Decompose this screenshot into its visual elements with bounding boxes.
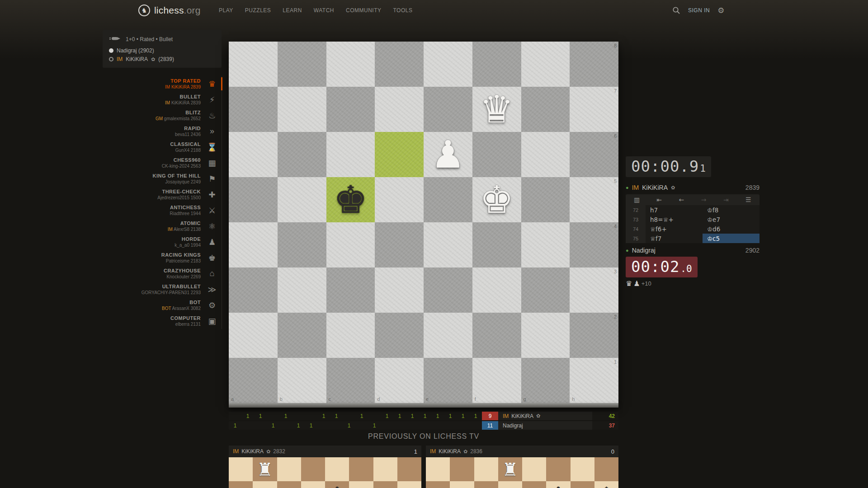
square-b7[interactable] xyxy=(278,87,326,132)
square-h1[interactable]: h1 xyxy=(570,358,618,403)
nav-learn[interactable]: LEARN xyxy=(283,7,302,14)
previous-game-card[interactable]: IMKiKiKiRA✿28360♜♟♚ xyxy=(426,446,618,488)
square-d8[interactable] xyxy=(375,42,424,87)
square-d4[interactable] xyxy=(375,222,424,267)
channel-classical[interactable]: CLASSICAL GunX4 2188 ⌛ xyxy=(103,139,222,155)
square-g6[interactable] xyxy=(521,132,570,177)
channel-king-of-the-hill[interactable]: KING OF THE HILL Josayayque 2249 ⚑ xyxy=(103,171,222,187)
square-a5[interactable] xyxy=(229,177,278,222)
white-pawn[interactable]: ♟ xyxy=(431,136,465,174)
square-e8[interactable] xyxy=(424,42,472,87)
square-a4[interactable] xyxy=(229,222,278,267)
player-name[interactable]: Nadigraj xyxy=(632,247,656,254)
square-d2[interactable] xyxy=(375,313,424,358)
square-d7[interactable] xyxy=(375,87,424,132)
step-back-icon[interactable]: ← xyxy=(670,194,693,205)
channel-rapid[interactable]: RAPID beva11 2436 » xyxy=(103,123,222,139)
square-a8[interactable] xyxy=(229,42,278,87)
square-g5[interactable] xyxy=(521,177,570,222)
strip-player-name[interactable]: Nadigraj xyxy=(498,421,592,430)
square-g4[interactable] xyxy=(521,222,570,267)
skip-to-start-icon[interactable]: ⇤ xyxy=(648,194,670,205)
square-d5[interactable] xyxy=(375,177,424,222)
nav-watch[interactable]: WATCH xyxy=(314,7,334,14)
square-f8[interactable] xyxy=(472,42,521,87)
square-f1[interactable]: f xyxy=(472,358,521,403)
channel-horde[interactable]: HORDE k_a_a0 1994 ♟ xyxy=(103,234,222,250)
step-forward-icon[interactable]: → xyxy=(693,194,715,205)
square-h4[interactable]: 4 xyxy=(570,222,618,267)
white-move[interactable]: h7 xyxy=(646,205,703,215)
square-c1[interactable]: c xyxy=(326,358,375,403)
white-king[interactable]: ♚ xyxy=(480,181,514,219)
skip-to-end-icon[interactable]: ⇥ xyxy=(715,194,737,205)
square-e1[interactable]: e xyxy=(424,358,472,403)
square-c8[interactable] xyxy=(326,42,375,87)
nav-puzzles[interactable]: PUZZLES xyxy=(245,7,271,14)
square-a1[interactable]: a xyxy=(229,358,278,403)
channel-antichess[interactable]: ANTICHESS Riadthree 1944 ⚔ xyxy=(103,202,222,218)
sign-in-link[interactable]: SIGN IN xyxy=(688,7,710,14)
square-c2[interactable] xyxy=(326,313,375,358)
nav-community[interactable]: COMMUNITY xyxy=(346,7,382,14)
square-e2[interactable] xyxy=(424,313,472,358)
menu-icon[interactable]: ☰ xyxy=(737,194,760,205)
square-e3[interactable] xyxy=(424,267,472,313)
white-move[interactable]: ♕f7 xyxy=(646,234,703,243)
square-f3[interactable] xyxy=(472,267,521,313)
nav-play[interactable]: PLAY xyxy=(219,7,233,14)
previous-game-card[interactable]: IMKiKiKiRA✿28321♜♟ xyxy=(229,446,421,488)
channel-three-check[interactable]: THREE-CHECK Ajedrezero2015 1500 ✚ xyxy=(103,187,222,202)
square-h8[interactable]: 8 xyxy=(570,42,618,87)
square-d6[interactable] xyxy=(375,132,424,177)
square-f7[interactable]: ♛ xyxy=(472,87,521,132)
channel-atomic[interactable]: ATOMIC IM AlexrS8 2138 ⚛ xyxy=(103,218,222,234)
square-a6[interactable] xyxy=(229,132,278,177)
square-e5[interactable] xyxy=(424,177,472,222)
lichess-logo[interactable]: ♞ lichess.org xyxy=(138,0,201,21)
square-c3[interactable] xyxy=(326,267,375,313)
channel-racing-kings[interactable]: RACING KINGS Patriceisme 2183 ♚ xyxy=(103,250,222,266)
player-name[interactable]: KiKiKiRA xyxy=(642,184,668,191)
channel-computer[interactable]: COMPUTER elberra 2131 ▣ xyxy=(103,313,222,329)
channel-top-rated[interactable]: TOP RATED IM KiKiKiRA 2839 ♛ xyxy=(103,76,222,92)
square-f2[interactable] xyxy=(472,313,521,358)
white-move[interactable]: ♕f6+ xyxy=(646,224,703,234)
square-e7[interactable] xyxy=(424,87,472,132)
square-b1[interactable]: b xyxy=(278,358,326,403)
black-move[interactable]: ♔f8 xyxy=(703,205,760,215)
analysis-board-icon[interactable]: ▥ xyxy=(626,194,648,205)
square-h3[interactable]: 3 xyxy=(570,267,618,313)
player-name[interactable]: Nadigraj (2902) xyxy=(117,47,154,54)
square-g1[interactable]: g xyxy=(521,358,570,403)
channel-ultrabullet[interactable]: ULTRABULLET GORYACHIY-PAREN31 2293 ≫ xyxy=(103,282,222,297)
black-move[interactable]: ♔d6 xyxy=(703,224,760,234)
white-queen[interactable]: ♛ xyxy=(480,90,514,128)
square-b4[interactable] xyxy=(278,222,326,267)
square-b2[interactable] xyxy=(278,313,326,358)
square-c5[interactable]: ♚ xyxy=(326,177,375,222)
player-name[interactable]: KiKiKiRA xyxy=(126,56,148,62)
nav-tools[interactable]: TOOLS xyxy=(393,7,412,14)
square-g2[interactable] xyxy=(521,313,570,358)
square-d3[interactable] xyxy=(375,267,424,313)
square-h6[interactable]: 6 xyxy=(570,132,618,177)
square-d1[interactable]: d xyxy=(375,358,424,403)
channel-blitz[interactable]: BLITZ GM gmalexmista 2652 ♨ xyxy=(103,108,222,123)
square-a2[interactable] xyxy=(229,313,278,358)
square-a3[interactable] xyxy=(229,267,278,313)
gear-icon[interactable]: ⚙ xyxy=(717,6,724,15)
square-b8[interactable] xyxy=(278,42,326,87)
square-b5[interactable] xyxy=(278,177,326,222)
square-h2[interactable]: 2 xyxy=(570,313,618,358)
square-f6[interactable] xyxy=(472,132,521,177)
square-b6[interactable] xyxy=(278,132,326,177)
channel-crazyhouse[interactable]: CRAZYHOUSE Knockouter 2269 ⌂ xyxy=(103,266,222,282)
square-g7[interactable] xyxy=(521,87,570,132)
square-f4[interactable] xyxy=(472,222,521,267)
strip-player-name[interactable]: IMKiKiKiRA✿ xyxy=(498,412,592,420)
black-king[interactable]: ♚ xyxy=(334,181,368,219)
square-c7[interactable] xyxy=(326,87,375,132)
square-h5[interactable]: 5 xyxy=(570,177,618,222)
black-move[interactable]: ♔e7 xyxy=(703,215,760,224)
